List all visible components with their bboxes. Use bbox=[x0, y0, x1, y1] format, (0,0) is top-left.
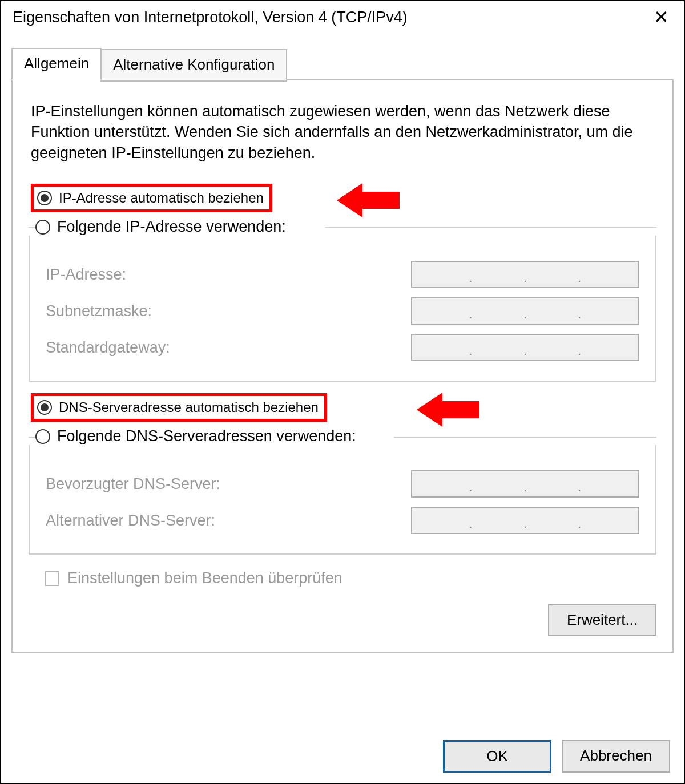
arrow-annotation-icon bbox=[417, 390, 480, 433]
input-subnet-mask[interactable]: ... bbox=[411, 297, 639, 325]
dialog-window: Eigenschaften von Internetprotokoll, Ver… bbox=[0, 0, 685, 784]
tab-strip: Allgemein Alternative Konfiguration bbox=[11, 47, 674, 79]
cancel-button[interactable]: Abbrechen bbox=[562, 740, 670, 773]
tab-container: Allgemein Alternative Konfiguration IP-E… bbox=[11, 47, 674, 653]
advanced-button[interactable]: Erweitert... bbox=[548, 604, 656, 636]
group-ip-manual: Folgende IP-Adresse verwenden: IP-Adress… bbox=[29, 218, 656, 382]
radio-ip-auto-label: IP-Adresse automatisch beziehen bbox=[59, 190, 264, 206]
label-preferred-dns: Bevorzugter DNS-Server: bbox=[46, 475, 220, 493]
advanced-button-label: Erweitert... bbox=[567, 611, 638, 628]
svg-marker-1 bbox=[417, 393, 480, 427]
ok-button[interactable]: OK bbox=[443, 740, 551, 773]
radio-ip-manual-label: Folgende IP-Adresse verwenden: bbox=[57, 218, 286, 236]
cancel-button-label: Abbrechen bbox=[580, 747, 652, 764]
tab-alternate-label: Alternative Konfiguration bbox=[113, 56, 275, 73]
highlight-dns-auto: DNS-Serveradresse automatisch beziehen bbox=[31, 393, 327, 422]
radio-dns-manual[interactable] bbox=[35, 429, 50, 444]
tab-general[interactable]: Allgemein bbox=[11, 48, 102, 80]
label-ip-address: IP-Adresse: bbox=[46, 266, 126, 284]
titlebar: Eigenschaften von Internetprotokoll, Ver… bbox=[1, 1, 684, 31]
label-alternate-dns: Alternativer DNS-Server: bbox=[46, 512, 215, 530]
ok-button-label: OK bbox=[486, 747, 508, 765]
close-icon[interactable]: ✕ bbox=[650, 8, 672, 26]
dialog-footer: OK Abbrechen bbox=[443, 740, 670, 773]
highlight-ip-auto: IP-Adresse automatisch beziehen bbox=[31, 184, 272, 212]
window-title: Eigenschaften von Internetprotokoll, Ver… bbox=[13, 9, 408, 26]
tab-panel-general: IP-Einstellungen können automatisch zuge… bbox=[11, 79, 674, 653]
label-default-gateway: Standardgateway: bbox=[46, 339, 170, 357]
radio-dns-auto[interactable] bbox=[37, 400, 52, 415]
label-subnet-mask: Subnetzmaske: bbox=[46, 302, 152, 320]
arrow-annotation-icon bbox=[337, 180, 400, 224]
radio-dns-manual-label: Folgende DNS-Serveradressen verwenden: bbox=[57, 427, 356, 445]
group-dns-manual: Folgende DNS-Serveradressen verwenden: B… bbox=[29, 427, 656, 555]
checkbox-validate[interactable] bbox=[45, 571, 59, 586]
input-default-gateway[interactable]: ... bbox=[411, 334, 639, 361]
radio-ip-manual[interactable] bbox=[35, 220, 50, 235]
description-text: IP-Einstellungen können automatisch zuge… bbox=[31, 101, 654, 163]
radio-dns-auto-label: DNS-Serveradresse automatisch beziehen bbox=[59, 399, 319, 415]
tab-general-label: Allgemein bbox=[24, 55, 89, 72]
svg-marker-0 bbox=[337, 183, 400, 217]
radio-ip-auto[interactable] bbox=[37, 191, 52, 205]
input-alternate-dns[interactable]: ... bbox=[411, 507, 639, 534]
validate-settings-row[interactable]: Einstellungen beim Beenden überprüfen bbox=[45, 569, 656, 587]
input-preferred-dns[interactable]: ... bbox=[411, 470, 639, 498]
input-ip-address[interactable]: ... bbox=[411, 261, 639, 288]
tab-alternate[interactable]: Alternative Konfiguration bbox=[100, 49, 287, 82]
checkbox-validate-label: Einstellungen beim Beenden überprüfen bbox=[67, 569, 342, 587]
